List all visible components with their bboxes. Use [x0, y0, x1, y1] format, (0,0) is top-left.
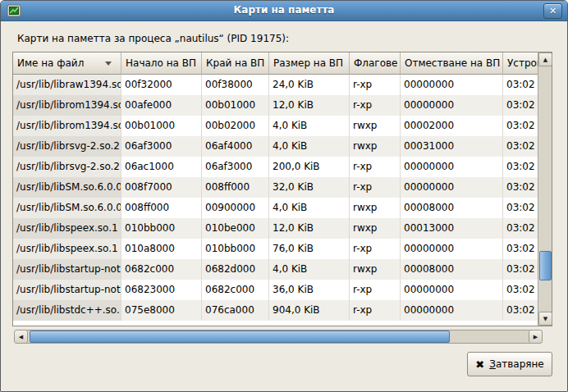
- window-title: Карти на паметта: [1, 4, 567, 16]
- table-cell: /usr/lib/libstartup-not: [13, 280, 121, 300]
- table-cell: r-xp: [350, 157, 401, 177]
- column-header-vm-end[interactable]: Край на ВП: [202, 52, 269, 75]
- table-cell: 200,0 KiB: [269, 157, 350, 177]
- column-header-vm-size[interactable]: Размер на ВП: [269, 52, 350, 75]
- table-cell: 32,0 KiB: [269, 177, 350, 198]
- table-cell: 00000000: [401, 239, 503, 259]
- table-row[interactable]: /usr/lib/libstartup-not068230000682c0003…: [13, 280, 538, 300]
- horizontal-scrollbar[interactable]: ◀ ▶: [14, 330, 543, 344]
- table-cell: 03:02: [503, 280, 538, 300]
- table-tree-area: Име на файл Начало на ВП Край на ВП Разм…: [13, 52, 538, 326]
- table-cell: 00008000: [401, 198, 503, 218]
- column-header-filename[interactable]: Име на файл: [13, 52, 121, 75]
- table-cell: /usr/lib/librom1394.so: [13, 116, 121, 136]
- table-cell: 03:02: [503, 198, 538, 218]
- column-header-vm-start[interactable]: Начало на ВП: [121, 52, 202, 75]
- table-cell: 00900000: [202, 198, 269, 218]
- table-cell: 0682c000: [121, 259, 202, 280]
- table-cell: rwxp: [350, 116, 401, 136]
- table-cell: 00afe000: [121, 95, 202, 116]
- scroll-right-icon[interactable]: ▶: [529, 330, 542, 343]
- table-cell: rwxp: [350, 218, 401, 239]
- table-row[interactable]: /usr/lib/libSM.so.6.0.0008f7000008ff0003…: [13, 177, 538, 198]
- vertical-scrollbar[interactable]: ▲ ▼: [538, 52, 552, 326]
- table-row[interactable]: /usr/lib/librom1394.so00afe00000b0100012…: [13, 95, 538, 116]
- sort-descending-icon: [105, 62, 112, 66]
- table-cell: 010a8000: [121, 239, 202, 259]
- column-header-vm-offset[interactable]: Отместване на ВП: [401, 52, 503, 75]
- table-cell: 4,0 KiB: [269, 136, 350, 157]
- table-row[interactable]: /usr/lib/libspeex.so.1010a8000010bb00076…: [13, 239, 538, 259]
- table-cell: /usr/lib/libSM.so.6.0.0: [13, 177, 121, 198]
- memory-maps-table: Име на файл Начало на ВП Край на ВП Разм…: [12, 52, 552, 326]
- table-cell: 03:02: [503, 239, 538, 259]
- table-cell: 00000000: [401, 95, 503, 116]
- table-cell: 03:02: [503, 95, 538, 116]
- table-cell: 00013000: [401, 218, 503, 239]
- horizontal-scrollbar-thumb[interactable]: [30, 330, 450, 343]
- table-cell: 03:02: [503, 157, 538, 177]
- table-cell: 4,0 KiB: [269, 259, 350, 280]
- table-cell: 12,0 KiB: [269, 218, 350, 239]
- table-cell: 00000000: [401, 300, 503, 321]
- table-cell: 010be000: [202, 218, 269, 239]
- table-cell: 00000000: [401, 177, 503, 198]
- table-row[interactable]: /usr/lib/librom1394.so00b0100000b020004,…: [13, 116, 538, 136]
- process-subtitle: Карти на паметта за процеса „nautilus“ (…: [17, 33, 289, 44]
- table-cell: 36,0 KiB: [269, 280, 350, 300]
- table-cell: /usr/lib/librsvg-2.so.2: [13, 136, 121, 157]
- table-cell: 0682d000: [202, 259, 269, 280]
- table-row[interactable]: /usr/lib/libstdc++.so.075e8000076ca00090…: [13, 300, 538, 321]
- table-cell: 06af3000: [202, 157, 269, 177]
- table-cell: 24,0 KiB: [269, 75, 350, 95]
- table-cell: 06af4000: [202, 136, 269, 157]
- table-cell: /usr/lib/libstdc++.so.: [13, 300, 121, 321]
- table-cell: 075e8000: [121, 300, 202, 321]
- table-row[interactable]: /usr/lib/libstartup-not0682c0000682d0004…: [13, 259, 538, 280]
- table-cell: 03:02: [503, 116, 538, 136]
- table-body: /usr/lib/libraw1394.so00f3200000f3800024…: [13, 75, 538, 321]
- table-row[interactable]: /usr/lib/librsvg-2.so.206af300006af40004…: [13, 136, 538, 157]
- table-row[interactable]: /usr/lib/libraw1394.so00f3200000f3800024…: [13, 75, 538, 95]
- table-cell: 076ca000: [202, 300, 269, 321]
- table-row[interactable]: /usr/lib/libSM.so.6.0.0008ff000009000004…: [13, 198, 538, 218]
- table-cell: r-xp: [350, 95, 401, 116]
- table-cell: r-xp: [350, 177, 401, 198]
- vertical-scrollbar-thumb[interactable]: [539, 251, 552, 280]
- column-header-flags[interactable]: Флагове: [350, 52, 401, 75]
- table-cell: 03:02: [503, 75, 538, 95]
- table-cell: 0682c000: [202, 280, 269, 300]
- table-cell: 00b02000: [202, 116, 269, 136]
- table-cell: 008ff000: [121, 198, 202, 218]
- close-dialog-button[interactable]: ✖ Затваряне: [467, 352, 552, 376]
- table-cell: 00b01000: [202, 95, 269, 116]
- table-row[interactable]: /usr/lib/libspeex.so.1010bb000010be00012…: [13, 218, 538, 239]
- table-cell: /usr/lib/libSM.so.6.0.0: [13, 198, 121, 218]
- close-button-label: Затваряне: [489, 358, 544, 370]
- table-row[interactable]: /usr/lib/librsvg-2.so.206ac100006af30002…: [13, 157, 538, 177]
- table-cell: 12,0 KiB: [269, 95, 350, 116]
- table-cell: 03:02: [503, 259, 538, 280]
- table-cell: 03:02: [503, 218, 538, 239]
- table-cell: 00f38000: [202, 75, 269, 95]
- table-cell: 76,0 KiB: [269, 239, 350, 259]
- table-cell: r-xp: [350, 75, 401, 95]
- window-close-button[interactable]: ✕: [543, 3, 562, 19]
- table-cell: rwxp: [350, 198, 401, 218]
- close-x-icon: ✖: [475, 358, 484, 371]
- scroll-left-icon[interactable]: ◀: [15, 330, 28, 343]
- table-cell: /usr/lib/libstartup-not: [13, 259, 121, 280]
- table-cell: 00031000: [401, 136, 503, 157]
- column-header-device[interactable]: Устройство: [503, 52, 538, 75]
- scroll-down-icon[interactable]: ▼: [538, 312, 552, 326]
- table-cell: 03:02: [503, 177, 538, 198]
- table-cell: 904,0 KiB: [269, 300, 350, 321]
- titlebar[interactable]: Карти на паметта ✕: [1, 1, 567, 21]
- table-cell: 00008000: [401, 259, 503, 280]
- table-cell: 4,0 KiB: [269, 198, 350, 218]
- scroll-up-icon[interactable]: ▲: [538, 52, 552, 66]
- table-cell: 06823000: [121, 280, 202, 300]
- table-cell: r-xp: [350, 239, 401, 259]
- table-cell: r-xp: [350, 280, 401, 300]
- table-header-row: Име на файл Начало на ВП Край на ВП Разм…: [13, 52, 538, 75]
